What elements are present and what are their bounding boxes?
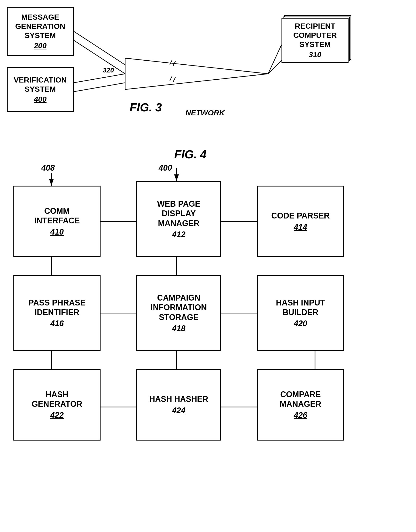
msg-gen-box: MESSAGE GENERATION SYSTEM 200 <box>7 7 74 56</box>
svg-line-3 <box>74 83 125 92</box>
hash-hasher-box: HASH HASHER 424 <box>136 369 221 441</box>
hash-hasher-id: 424 <box>172 406 185 415</box>
svg-line-1 <box>74 40 125 74</box>
pass-phrase-id: 416 <box>50 319 64 328</box>
campaign-info-id: 418 <box>172 324 185 333</box>
svg-line-10 <box>268 60 282 74</box>
fig4-label: FIG. 4 <box>174 148 207 161</box>
hash-input-id: 420 <box>294 319 307 328</box>
svg-line-5 <box>170 60 172 65</box>
verif-title: VERIFICATION SYSTEM <box>14 75 66 94</box>
recipient-page-front: RECIPIENT COMPUTER SYSTEM 310 <box>282 18 349 63</box>
pass-phrase-box: PASS PHRASE IDENTIFIER 416 <box>13 275 101 351</box>
svg-line-7 <box>170 76 172 81</box>
diagram-container: MESSAGE GENERATION SYSTEM 200 VERIFICATI… <box>0 0 416 532</box>
label-400: 400 <box>159 163 172 173</box>
web-page-id: 412 <box>172 230 185 239</box>
svg-marker-4 <box>125 58 268 89</box>
hash-gen-title: HASH GENERATOR <box>32 390 82 409</box>
network-id: 320 <box>103 66 114 74</box>
code-parser-id: 414 <box>294 223 307 232</box>
fig4-area: 408 400 COMM INTERFACE 410 WEB PAGE DISP… <box>7 161 409 523</box>
campaign-info-title: CAMPAIGN INFORMATION STORAGE <box>151 293 207 322</box>
verif-box: VERIFICATION SYSTEM 400 <box>7 67 74 112</box>
hash-hasher-title: HASH HASHER <box>149 394 208 404</box>
comm-interface-box: COMM INTERFACE 410 <box>13 186 101 257</box>
code-parser-title: CODE PARSER <box>271 211 330 220</box>
svg-line-0 <box>74 31 125 65</box>
comm-interface-id: 410 <box>50 227 64 236</box>
svg-line-9 <box>268 45 282 74</box>
recipient-id: 310 <box>309 50 321 59</box>
pass-phrase-title: PASS PHRASE IDENTIFIER <box>28 298 85 317</box>
msg-gen-title: MESSAGE GENERATION SYSTEM <box>15 12 65 40</box>
web-page-title: WEB PAGE DISPLAY MANAGER <box>157 199 200 228</box>
compare-mgr-title: COMPARE MANAGER <box>280 390 321 409</box>
comm-interface-title: COMM INTERFACE <box>34 206 80 226</box>
hash-input-title: HASH INPUT BUILDER <box>276 298 325 317</box>
recipient-title: RECIPIENT COMPUTER SYSTEM <box>293 21 337 49</box>
svg-line-8 <box>173 77 175 82</box>
campaign-info-box: CAMPAIGN INFORMATION STORAGE 418 <box>136 275 221 351</box>
code-parser-box: CODE PARSER 414 <box>257 186 344 257</box>
fig3-label: FIG. 3 <box>130 101 162 114</box>
compare-mgr-box: COMPARE MANAGER 426 <box>257 369 344 441</box>
label-408: 408 <box>41 163 55 173</box>
verif-id: 400 <box>34 95 47 104</box>
hash-gen-box: HASH GENERATOR 422 <box>13 369 101 441</box>
hash-input-box: HASH INPUT BUILDER 420 <box>257 275 344 351</box>
network-text: NETWORK <box>185 108 225 117</box>
svg-line-6 <box>173 61 175 66</box>
web-page-box: WEB PAGE DISPLAY MANAGER 412 <box>136 181 221 257</box>
compare-mgr-id: 426 <box>294 411 307 420</box>
msg-gen-id: 200 <box>34 41 47 50</box>
hash-gen-id: 422 <box>50 411 64 420</box>
svg-line-2 <box>74 74 125 83</box>
